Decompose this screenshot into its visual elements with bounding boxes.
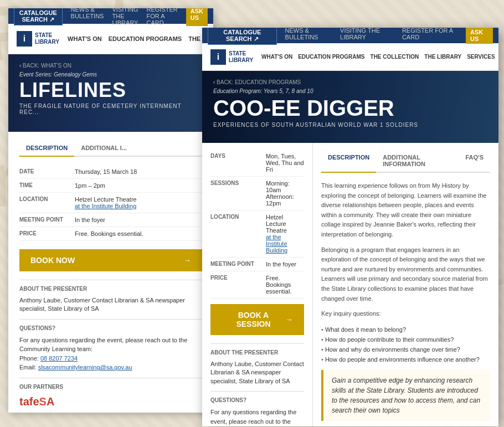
nav-education-front[interactable]: EDUCATION PROGRAMS [298,54,364,60]
price-row-front: PRICE Free. Bookings essential. [210,271,304,299]
questions-section-front: QUESTIONS? [210,391,304,403]
catalogue-search-button-front[interactable]: CATALOGUE SEARCH ↗ [208,28,277,45]
key-inquiry: Key inquiry questions: [321,309,490,319]
location-link-front[interactable]: at the Institute Building [266,234,287,254]
email-label-back: Email: [19,364,37,371]
info-time: TIME 1pm – 2pm [19,179,202,193]
info-meeting: MEETING POINT In the foyer [19,213,202,227]
hero-back-link[interactable]: ‹ BACK: WHAT'S ON [19,63,202,69]
logo-back: i STATE LIBRARY [17,31,59,47]
info-price: PRICE Free. Bookings essential. [19,227,202,241]
list-item: How do people contribute to their commun… [321,335,490,344]
navbar-front: i STATE LIBRARY WHAT'S ON EDUCATION PROG… [202,43,498,71]
quote-block-front: Gain a competitive edge by enhancing res… [321,370,490,421]
logo-text-back: STATE LIBRARY [35,32,59,45]
tab-additional-back[interactable]: ADDITIONAL I... [74,140,133,157]
window-lifelines: CATALOGUE SEARCH ↗ NEWS & BULLETINS VISI… [8,8,213,413]
hero-lifelines: ‹ BACK: WHAT'S ON Event Series: Genealog… [8,54,213,132]
nav-whats-on-front[interactable]: WHAT'S ON [261,54,292,60]
info-location: LOCATION Hetzel Lecture Theatre at the I… [19,193,202,213]
list-item: How and why do environments change over … [321,344,490,354]
presenter-text-front: Anthony Laube, Customer Contact Libraria… [210,360,304,385]
info-table-back: DATE Thursday, 15 March 18 TIME 1pm – 2p… [19,165,202,241]
logo-icon-front: i [210,49,226,65]
left-panel: DAYS Mon, Tues, Wed, Thu and Fri SESSION… [202,143,313,426]
presenter-text-back: Anthony Laube, Customer Contact Libraria… [19,296,202,313]
topbar-links-back: NEWS & BULLETINS VISITING THE LIBRARY RE… [71,8,208,26]
questions-text-front: For any questions regarding the event, p… [210,408,304,426]
days-row: DAYS Mon, Tues, Wed, Thu and Fri [210,150,304,177]
topbar-front: CATALOGUE SEARCH ↗ NEWS & BULLETINS VISI… [202,28,498,43]
hero-tagline-cooee: EXPERIENCES OF SOUTH AUSTRALIAN WORLD WA… [213,122,487,128]
questions-text-back: For any questions regarding the event, p… [19,336,202,372]
info-date: DATE Thursday, 15 March 18 [19,165,202,179]
hero-back-link-front[interactable]: ‹ BACK: EDUCATION PROGRAMS [213,79,487,85]
nav-front: WHAT'S ON EDUCATION PROGRAMS THE COLLECT… [261,54,498,60]
phone-link-back[interactable]: 08 8207 7234 [40,355,78,362]
tabs-front: DESCRIPTION ADDITIONAL INFORMATION FAQ'S [321,150,490,173]
content-back: DESCRIPTION ADDITIONAL I... DATE Thursda… [8,132,213,413]
desc-para2: Belonging is a program that engages lear… [321,245,490,304]
hero-tagline-lifelines: THE FRAGILE NATURE OF CEMETERY INTERNMEN… [19,103,202,115]
nav-back: WHAT'S ON EDUCATION PROGRAMS THE COLLECT… [68,35,213,42]
quote-text-front: Gain a competitive edge by enhancing res… [332,375,482,415]
right-panel: DESCRIPTION ADDITIONAL INFORMATION FAQ'S… [313,143,498,426]
tab-additional-front[interactable]: ADDITIONAL INFORMATION [376,150,459,173]
list-item: What does it mean to belong? [321,325,490,335]
tab-description-back[interactable]: DESCRIPTION [19,140,74,157]
book-session-button[interactable]: BOOK A SESSION → [210,304,304,335]
nav-education-back[interactable]: EDUCATION PROGRAMS [109,35,182,42]
navbar-back: i STATE LIBRARY WHAT'S ON EDUCATION PROG… [8,24,213,54]
meeting-row-front: MEETING POINT In the foyer [210,258,304,271]
news-link-front[interactable]: NEWS & BULLETINS [285,28,332,44]
list-item: How do people and environments influence… [321,354,490,364]
presenter-section-back: ABOUT THE PRESENTER [19,280,202,292]
hero-title-cooee: COO-EE DIGGER [213,97,487,119]
hero-cooee: ‹ BACK: EDUCATION PROGRAMS Education Pro… [202,71,498,143]
window-cooee: CATALOGUE SEARCH ↗ NEWS & BULLETINS VISI… [202,28,498,426]
location-row-front: LOCATION Hetzel Lecture Theatre at the I… [210,210,304,258]
book-now-button[interactable]: BOOK NOW → [19,249,202,271]
tabs-back: DESCRIPTION ADDITIONAL I... [19,140,202,157]
topbar-links-front: NEWS & BULLETINS VISITING THE LIBRARY RE… [285,28,493,44]
logo-icon-back: i [17,31,32,47]
partners-section-back: OUR PARTNERS [19,378,202,390]
front-content-area: DAYS Mon, Tues, Wed, Thu and Fri SESSION… [202,143,498,426]
nav-library-front[interactable]: THE LIBRARY [424,54,461,60]
sessions-row: SESSIONS Morning: 10amAfternoon: 12pm [210,177,304,210]
news-link-back[interactable]: NEWS & BULLETINS [71,8,104,26]
hero-content-front: ‹ BACK: EDUCATION PROGRAMS Education Pro… [202,71,498,133]
nav-whats-on-back[interactable]: WHAT'S ON [68,35,102,42]
partners-logo-area: tafeSA [19,395,202,408]
tab-faq-front[interactable]: FAQ'S [459,150,490,173]
ask-us-front[interactable]: ASK US [466,28,493,44]
key-inquiry-list: What does it mean to belong? How do peop… [321,325,490,364]
logo-front: i STATE LIBRARY [210,49,253,65]
ask-us-back[interactable]: ASK US [186,8,208,26]
presenter-section-front: ABOUT THE PRESENTER [210,343,304,356]
catalogue-search-button-back[interactable]: CATALOGUE SEARCH ↗ [14,8,63,25]
register-link-back[interactable]: REGISTER FOR A CARD [147,8,178,26]
hero-subtitle-back: Event Series: Genealogy Gems [19,71,202,78]
tab-description-front[interactable]: DESCRIPTION [321,150,376,173]
topbar-back: CATALOGUE SEARCH ↗ NEWS & BULLETINS VISI… [8,8,213,24]
phone-label-back: Phone: [19,355,39,362]
hero-subtitle-front: Education Program: Years 5, 7, 8 and 10 [213,88,487,94]
register-link-front[interactable]: REGISTER FOR A CARD [402,28,457,44]
arrow-icon: → [183,256,191,265]
desc-para1: This learning experience follows on from… [321,181,490,240]
nav-services-front[interactable]: SERVICES [467,54,495,60]
hero-title-lifelines: LIFELINES [19,80,202,100]
email-link-back[interactable]: slsacommunitylearning@sa.gov.au [38,364,132,371]
location-link-back[interactable]: at the Institute Building [75,203,136,209]
visiting-link-back[interactable]: VISITING THE LIBRARY [112,8,138,26]
questions-section-back: QUESTIONS? [19,319,202,331]
visiting-link-front[interactable]: VISITING THE LIBRARY [340,28,394,44]
hero-content-back: ‹ BACK: WHAT'S ON Event Series: Genealog… [8,54,213,121]
logo-text-front: STATE LIBRARY [229,50,253,64]
tafe-logo: tafeSA [19,395,54,408]
arrow-icon-front: → [285,315,293,324]
nav-collection-front[interactable]: THE COLLECTION [371,54,419,60]
